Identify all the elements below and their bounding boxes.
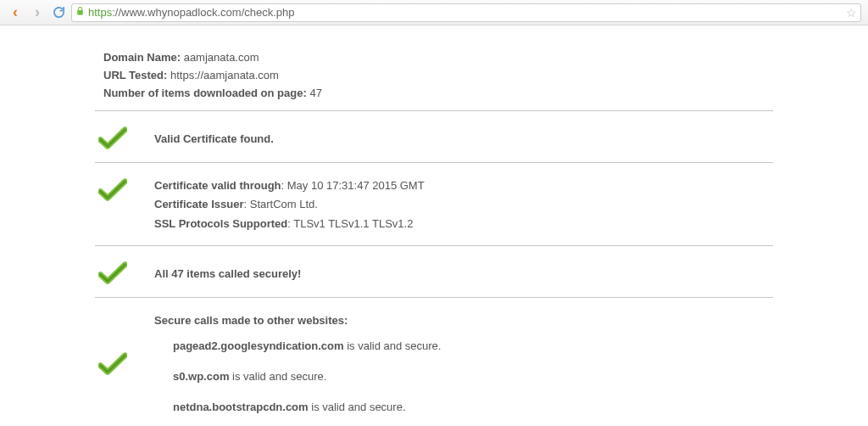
protocols-value: TLSv1 TLSv1.1 TLSv1.2: [293, 217, 413, 230]
all-secure-text: All 47 items called securely!: [154, 267, 301, 280]
checkmark-icon: [98, 352, 127, 376]
bookmark-star-icon[interactable]: ☆: [846, 6, 857, 20]
cert-through-label: Certificate valid through: [154, 179, 281, 192]
all-secure-row: All 47 items called securely!: [95, 255, 773, 292]
divider: [95, 162, 773, 163]
other-sites-row: Secure calls made to other websites: pag…: [95, 306, 773, 426]
secure-calls-list: pagead2.googlesyndication.com is valid a…: [154, 334, 773, 426]
protocols-label: SSL Protocols Supported: [154, 217, 287, 230]
url-bar[interactable]: https://www.whynopadlock.com/check.php ☆: [71, 3, 861, 22]
check-summary: Domain Name: aamjanata.com URL Tested: h…: [95, 49, 773, 102]
cert-through-value: May 10 17:31:47 2015 GMT: [287, 179, 425, 192]
valid-cert-text: Valid Certificate found.: [154, 132, 274, 145]
url-text: https://www.whynopadlock.com/check.php: [88, 6, 843, 19]
secure-call-item: s0.wp.com is valid and secure.: [154, 364, 773, 395]
secure-call-suffix: is valid and secure.: [309, 401, 406, 413]
items-value: 47: [309, 87, 321, 99]
secure-call-host: netdna.bootstrapcdn.com: [173, 401, 309, 413]
back-button[interactable]: ‹: [7, 4, 24, 21]
secure-call-host: pagead2.googlesyndication.com: [173, 339, 344, 352]
secure-call-suffix: is valid and secure.: [229, 370, 326, 383]
browser-toolbar: ‹ › https://www.whynopadlock.com/check.p…: [0, 0, 868, 25]
checkmark-icon: [98, 178, 127, 202]
cert-details-row: Certificate valid through: May 10 17:31:…: [95, 171, 773, 239]
divider: [95, 297, 773, 298]
reload-button[interactable]: [51, 5, 66, 20]
other-sites-title: Secure calls made to other websites:: [154, 311, 773, 330]
page-content: Domain Name: aamjanata.com URL Tested: h…: [86, 25, 782, 426]
issuer-label: Certificate Issuer: [154, 198, 244, 210]
issuer-value: StartCom Ltd.: [250, 198, 318, 210]
forward-button[interactable]: ›: [29, 4, 46, 21]
checkmark-icon: [98, 126, 127, 150]
url-tested-value: https://aamjanata.com: [170, 69, 279, 81]
secure-call-suffix: is valid and secure.: [344, 339, 442, 352]
secure-call-item: pagead2.googlesyndication.com is valid a…: [154, 334, 773, 364]
valid-cert-row: Valid Certificate found.: [95, 120, 773, 157]
divider: [95, 110, 773, 111]
divider: [95, 245, 773, 246]
domain-value: aamjanata.com: [184, 51, 259, 64]
checkmark-icon: [98, 261, 127, 285]
url-tested-label: URL Tested:: [103, 69, 167, 81]
secure-call-item: netdna.bootstrapcdn.com is valid and sec…: [154, 395, 773, 425]
lock-icon: [75, 6, 85, 19]
domain-label: Domain Name:: [103, 51, 181, 64]
items-label: Number of items downloaded on page:: [103, 87, 307, 99]
secure-call-host: s0.wp.com: [173, 370, 229, 383]
